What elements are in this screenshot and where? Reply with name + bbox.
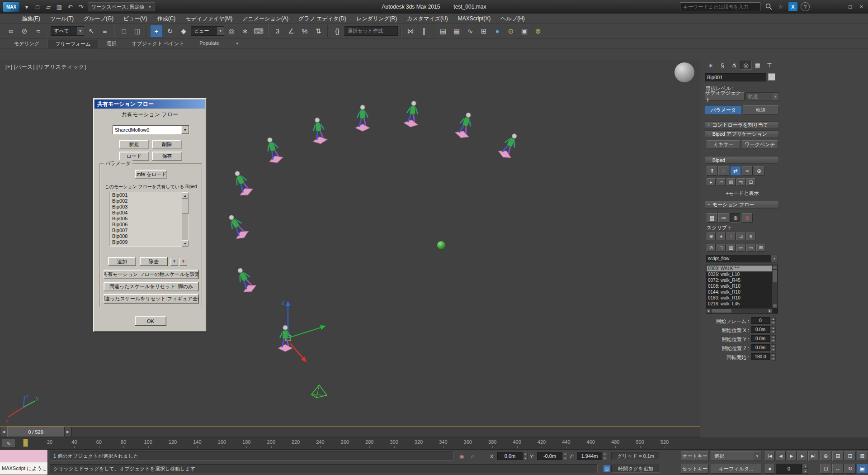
select-clip-icon[interactable]: ⇉ <box>736 233 745 240</box>
scroll-up-icon[interactable]: ▴ <box>772 265 778 270</box>
biped-list-item[interactable]: Bip008 <box>109 233 189 239</box>
key-mode-toggle[interactable]: ◆ <box>765 464 775 474</box>
edit-transition-icon[interactable]: ≔ <box>736 244 745 252</box>
remove-biped-icon[interactable]: ↟ <box>179 258 187 266</box>
percent-snap-icon[interactable]: % <box>298 25 311 38</box>
modify-tab-icon[interactable]: § <box>717 61 728 70</box>
next-frame-arrow[interactable]: ▶ <box>64 427 71 437</box>
next-frame-button[interactable]: ▶ <box>797 451 807 461</box>
zoom-extents-all-icon[interactable]: ⊠ <box>857 451 868 461</box>
macro-recorder-pane[interactable] <box>0 450 47 462</box>
mini-curve-editor-button[interactable]: ∿ <box>2 439 15 448</box>
spin-up-icon[interactable]: ▴ <box>771 317 776 321</box>
zoom-extents-icon[interactable]: ⊡ <box>844 451 856 461</box>
y-coordinate-field[interactable]: -0.0m <box>537 452 562 460</box>
select-and-scale-icon[interactable]: ◆ <box>177 25 190 38</box>
script-name-dropdown[interactable]: script_flow ▼ <box>706 255 778 262</box>
biped-figure[interactable] <box>402 98 423 129</box>
dialog-title-bar[interactable]: 共有モーション フロー <box>94 100 205 109</box>
clip-item[interactable]: 0000: WALK *** <box>707 266 772 271</box>
undo-icon[interactable]: ↶ <box>65 2 75 12</box>
scroll-left-icon[interactable]: ◀ <box>706 309 711 313</box>
set-scale-button[interactable]: 共有モーション フローの軸スケールを設定 <box>104 270 199 279</box>
biped-list-item[interactable]: Bip001 <box>109 192 189 198</box>
spin-down-icon[interactable]: ▾ <box>771 357 776 361</box>
clip-item[interactable]: 0072: walk_R45 <box>707 277 772 283</box>
help-icon[interactable]: ? <box>801 2 810 11</box>
convert-icon[interactable]: ⇆ <box>736 178 745 186</box>
zoom-all-icon[interactable]: ⊞ <box>832 451 844 461</box>
y-spinner[interactable]: ▴ ▾ <box>563 452 567 460</box>
param-spinner[interactable]: ▴▾ <box>771 335 776 342</box>
transition-info-icon[interactable]: ≕ <box>746 244 755 252</box>
workspace-dropdown[interactable]: ワークスペース: 既定値 ▼ <box>88 2 155 11</box>
track-bar[interactable]: ∿ 20406080100120140160180200220240260280… <box>0 437 868 450</box>
menu-item[interactable]: レンダリング(R) <box>351 14 402 24</box>
ribbon-tab[interactable]: オブジェクト ペイント <box>124 39 192 48</box>
x-coordinate-field[interactable]: 0.0m <box>497 452 523 460</box>
listener-pane[interactable]: MAXScript にようこそ <box>0 462 47 475</box>
select-and-link-icon[interactable]: ∞ <box>5 25 17 38</box>
redo-icon[interactable]: ↷ <box>76 2 86 12</box>
scroll-up-icon[interactable]: ▲ <box>182 192 189 199</box>
selection-lock-icon[interactable]: ∩ <box>469 453 477 460</box>
named-sets-field[interactable]: 選択セット作成 <box>344 26 398 36</box>
param-value-field[interactable]: 0.0m <box>751 335 770 342</box>
isolate-selection-icon[interactable]: ◉ <box>458 453 466 460</box>
param-value-field[interactable]: 0.0m <box>751 344 770 351</box>
menu-item[interactable]: MAXScript(X) <box>453 14 496 24</box>
move-all-mode-icon[interactable]: ⊕ <box>754 166 764 176</box>
select-and-move-icon[interactable]: + <box>150 25 163 38</box>
biped-list-item[interactable]: Bip003 <box>109 204 189 210</box>
x-spinner[interactable]: ▴ ▾ <box>523 452 528 460</box>
motion-flow-mode-icon[interactable]: ⇄ <box>730 166 741 176</box>
scroll-down-icon[interactable]: ▾ <box>772 304 778 308</box>
minimize-button[interactable]: ─ <box>834 2 844 11</box>
clip-list-hscrollbar[interactable]: ◀ ▶ <box>706 309 772 313</box>
layer-explorer-icon[interactable]: ▤ <box>437 25 449 38</box>
unify-motion-icon[interactable]: ⊗ <box>742 213 753 223</box>
rollout-assign-controller[interactable]: + コントローラを割り当て <box>705 121 779 129</box>
spin-down-icon[interactable]: ▾ <box>603 456 607 460</box>
biped-list-item[interactable]: Bip004 <box>109 210 189 216</box>
ribbon-tab[interactable]: フリーフォーム <box>47 39 99 48</box>
z-spinner[interactable]: ▴ ▾ <box>603 452 607 460</box>
ribbon-toggle-icon[interactable]: ▦ <box>450 25 463 38</box>
load-mfe-button[interactable]: .mfe をロード <box>135 170 167 179</box>
search-icon[interactable] <box>765 3 773 11</box>
copy-transition-icon[interactable]: ⊐ <box>717 244 726 252</box>
zoom-icon[interactable]: ⊕ <box>820 451 831 461</box>
scrollbar-thumb[interactable] <box>182 199 189 214</box>
create-clip-icon[interactable]: ⊕ <box>707 233 716 240</box>
scroll-down-icon[interactable]: ▼ <box>182 240 189 247</box>
rendered-frame-icon[interactable]: ▣ <box>518 25 531 38</box>
ok-button[interactable]: OK <box>135 316 166 326</box>
spinner-snap-icon[interactable]: ⇅ <box>312 25 325 38</box>
paste-transition-icon[interactable]: ▥ <box>726 244 736 252</box>
previous-frame-button[interactable]: ◀ <box>776 451 786 461</box>
spin-up-icon[interactable]: ▴ <box>603 452 607 456</box>
add-biped-icon[interactable]: ↟ <box>170 258 178 266</box>
biped-list-item[interactable]: Bip005 <box>109 216 189 222</box>
delete-transition-icon[interactable]: ⊠ <box>756 244 765 252</box>
biped-figure[interactable] <box>222 209 251 242</box>
select-and-manipulate-icon[interactable]: ∗ <box>239 25 251 38</box>
clip-item[interactable]: 0216: walk_L45 <box>707 301 772 307</box>
show-script-graph-icon[interactable]: ▤ <box>707 213 717 223</box>
spin-up-icon[interactable]: ▴ <box>771 335 776 339</box>
angle-snap-icon[interactable]: ∠ <box>285 25 297 38</box>
select-and-rotate-icon[interactable]: ↻ <box>164 25 176 38</box>
param-spinner[interactable]: ▴▾ <box>771 326 776 333</box>
biped-figure[interactable] <box>495 128 524 162</box>
define-script-icon[interactable]: ≔ <box>718 213 729 223</box>
maximize-button[interactable]: □ <box>845 2 855 11</box>
remove-button[interactable]: 除去 <box>140 257 168 266</box>
selection-filter-dropdown[interactable]: すべて▼ <box>51 26 84 36</box>
biped-playback-icon[interactable]: ▸ <box>707 178 716 186</box>
menu-item[interactable]: ヘルプ(H) <box>495 14 530 24</box>
frame-marker[interactable] <box>23 439 28 447</box>
unlink-selection-icon[interactable]: ⊘ <box>18 25 31 38</box>
reset-figure-button[interactable]: 間違ったスケールをリセット:フィギュア全体 <box>104 294 199 304</box>
rollout-motion-flow[interactable]: − モーション フロー <box>705 201 779 209</box>
optimize-icon[interactable]: ≡ <box>746 233 755 240</box>
